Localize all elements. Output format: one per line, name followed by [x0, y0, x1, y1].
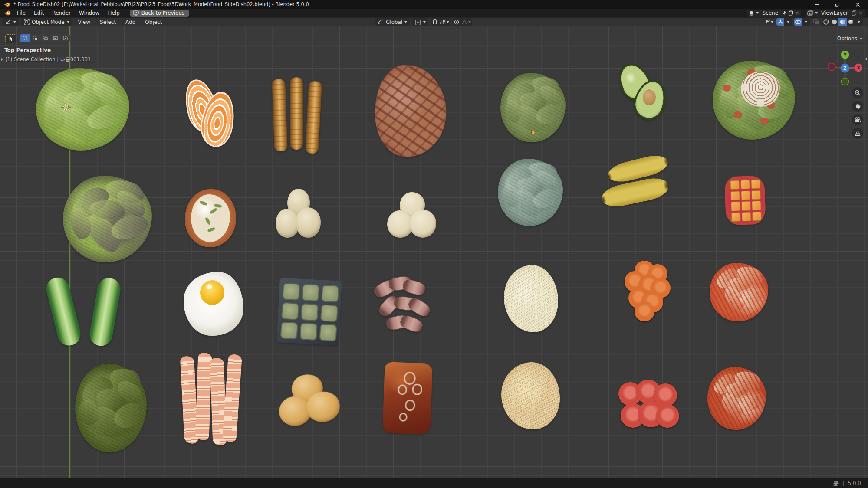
sidebar-collapse-arrow[interactable] — [864, 54, 868, 64]
cucumber-halves[interactable] — [53, 276, 129, 347]
braised-ribs[interactable] — [379, 360, 436, 436]
carrot-slices[interactable] — [621, 261, 671, 319]
potato-salad-toast[interactable] — [184, 187, 238, 250]
tomato-slices[interactable] — [618, 380, 677, 429]
scene-selector: Scene — [747, 10, 801, 17]
sweet-potato-slices[interactable] — [386, 190, 438, 244]
proportional-falloff-dropdown[interactable] — [460, 18, 472, 26]
chevron-down-icon[interactable] — [756, 12, 759, 14]
pin-icon[interactable] — [782, 10, 786, 16]
select-mode-subtract-button[interactable] — [40, 34, 50, 42]
grid-perspective-icon — [855, 131, 861, 136]
close-button[interactable] — [848, 0, 868, 9]
select-mode-intersect-button[interactable] — [60, 34, 70, 42]
menu-window[interactable]: Window — [75, 10, 103, 16]
overlays-dropdown[interactable] — [802, 18, 810, 26]
mode-dropdown[interactable]: Object Mode — [21, 18, 72, 26]
svg-text:Z: Z — [843, 66, 846, 71]
options-button[interactable]: Options — [833, 34, 866, 43]
proportional-icon — [454, 20, 459, 25]
pan-button[interactable] — [852, 101, 863, 112]
blender-window: * Food_SideDish02 [E:\WorksLocal_Pebblou… — [0, 0, 868, 488]
shading-dropdown[interactable] — [855, 18, 863, 26]
bacon-strips[interactable] — [182, 353, 241, 446]
shading-wireframe-button[interactable] — [822, 18, 830, 26]
editor-type-button[interactable] — [3, 18, 19, 26]
blender-menu-icon[interactable] — [3, 10, 11, 16]
show-gizmo-toggle[interactable] — [776, 18, 784, 26]
proportional-editing-toggle[interactable] — [453, 18, 460, 26]
select-mode-invert-button[interactable] — [50, 34, 60, 42]
back-to-previous-label: Back to Previous — [141, 10, 185, 16]
pivot-point-dropdown[interactable] — [412, 18, 428, 26]
select-box-tool-button[interactable] — [5, 34, 16, 43]
expand-arrow-icon[interactable] — [1, 58, 3, 61]
blue-green-namul[interactable] — [498, 159, 563, 226]
fried-egg[interactable] — [183, 271, 244, 336]
menu-edit[interactable]: Edit — [30, 10, 48, 16]
shading-solid-button[interactable] — [830, 18, 838, 26]
select-mode-group — [20, 34, 70, 42]
kimchi-ball[interactable] — [710, 263, 768, 321]
shading-rendered-button[interactable] — [847, 18, 855, 26]
salmon-steak[interactable] — [185, 79, 237, 148]
viewport-3d[interactable]: Top Perspective (1) Scene Collection | 나… — [0, 26, 868, 478]
navigation-gizmo[interactable]: Y X Z — [828, 51, 862, 85]
snap-toggle[interactable] — [431, 18, 439, 26]
avocado-halves[interactable] — [617, 62, 671, 122]
select-mode-extend-button[interactable] — [30, 34, 40, 42]
transform-orientation-dropdown[interactable]: Global — [375, 18, 410, 26]
viewlayer-name[interactable]: ViewLayer — [819, 10, 850, 16]
3d-cursor — [61, 102, 71, 112]
sliced-sausage[interactable] — [370, 275, 433, 343]
menu-select[interactable]: Select — [96, 19, 119, 26]
chevron-down-icon — [423, 21, 426, 23]
back-to-previous-button[interactable]: Back to Previous — [130, 10, 189, 17]
select-mode-set-button[interactable] — [20, 34, 30, 42]
braised-tofu-cubes[interactable] — [724, 175, 766, 225]
show-overlays-toggle[interactable] — [794, 18, 802, 26]
zoom-button[interactable] — [852, 87, 863, 98]
salad-with-dressing[interactable] — [713, 61, 795, 140]
red-leaf-lettuce[interactable] — [63, 176, 152, 262]
grilled-steak[interactable] — [370, 61, 450, 160]
steamed-dumplings[interactable] — [275, 187, 322, 245]
bananas[interactable] — [602, 154, 673, 217]
menu-view[interactable]: View — [75, 19, 94, 26]
shading-material-button[interactable] — [838, 18, 847, 26]
camera-view-button[interactable] — [852, 114, 863, 125]
chevron-down-icon[interactable] — [815, 12, 818, 14]
xray-toggle[interactable] — [812, 18, 820, 26]
menu-file[interactable]: File — [13, 10, 30, 16]
green-leaf-lettuce[interactable] — [36, 68, 129, 151]
selectability-visibility-dropdown[interactable] — [763, 18, 774, 26]
ravioli-tray[interactable] — [274, 276, 345, 347]
seasoned-sprout-salad[interactable] — [501, 362, 560, 429]
minimize-button[interactable] — [807, 0, 827, 9]
menu-add[interactable]: Add — [122, 19, 139, 26]
overlays-group — [794, 18, 810, 26]
orientation-label: Global — [386, 19, 402, 25]
maximize-button[interactable] — [827, 0, 848, 9]
titlebar: * Food_SideDish02 [E:\WorksLocal_Pebblou… — [0, 0, 868, 9]
bean-sprouts[interactable] — [504, 265, 558, 332]
kimchi-pile[interactable] — [707, 367, 766, 430]
new-scene-icon[interactable] — [788, 10, 793, 16]
version-label: 5.0.0 — [848, 480, 861, 486]
menu-help[interactable]: Help — [104, 10, 123, 16]
gizmo-dropdown[interactable] — [784, 18, 792, 26]
gizmo-negative-x-axis[interactable] — [828, 63, 835, 71]
new-viewlayer-icon[interactable] — [852, 10, 857, 16]
menu-object[interactable]: Object — [141, 19, 165, 26]
header-left: Object Mode View Select Add Object — [3, 18, 165, 26]
menu-render[interactable]: Render — [48, 10, 75, 16]
fried-wontons[interactable] — [273, 368, 345, 435]
chopped-herb-pile[interactable] — [75, 364, 147, 452]
camera-icon — [855, 117, 861, 123]
spring-rolls[interactable] — [271, 77, 322, 155]
perspective-toggle-button[interactable] — [852, 128, 863, 139]
snapping-group — [431, 18, 450, 26]
snap-to-dropdown[interactable] — [439, 18, 450, 26]
scene-name[interactable]: Scene — [760, 10, 780, 16]
gizmo-negative-y-axis[interactable] — [842, 78, 849, 85]
